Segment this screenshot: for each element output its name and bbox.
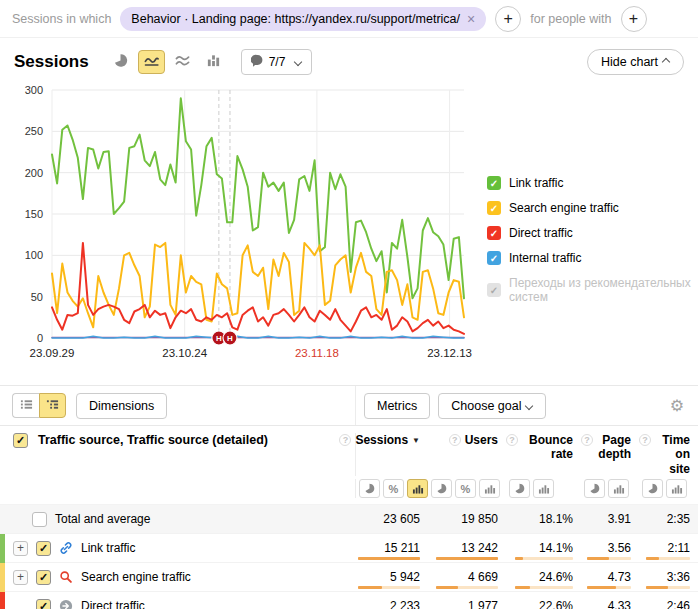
line-chart-button[interactable] [138,50,165,74]
metric-cell: 4 669 [428,563,506,591]
metrics-button[interactable]: Metrics [364,393,430,419]
row-color-strip [0,534,5,563]
add-people-condition-button[interactable]: + [621,6,647,32]
chevron-up-icon [662,58,670,66]
column-chart-icon [206,53,221,71]
expand-button[interactable]: + [13,570,28,585]
bars-toggle[interactable] [479,479,500,498]
row-name-cell: + ✓ Link traffic [0,534,356,562]
proportion-bar [358,557,420,560]
svg-text:150: 150 [25,208,43,220]
legend-checkbox[interactable]: ✓ [487,251,501,265]
metric-value: 4.73 [608,570,631,584]
metric-value: 15 211 [384,541,420,555]
row-checkbox[interactable]: ✓ [36,570,51,585]
hide-chart-button[interactable]: Hide chart [587,49,684,75]
row-label: Search engine traffic [81,570,191,584]
row-color-strip [0,592,5,609]
table-row[interactable]: Total and average 23 605 19 850 18.1% 3.… [0,505,698,534]
donut-toggle[interactable] [359,479,380,498]
help-icon: ? [581,434,593,446]
dimensions-button[interactable]: Dimensions [76,393,167,419]
annotations-count: 7/7 [269,55,286,69]
bars-toggle[interactable] [533,479,554,498]
metric-cell: 2:11 [639,534,698,562]
svg-text:23.09.29: 23.09.29 [30,347,75,359]
choose-goal-label: Choose goal [451,399,521,413]
row-checkbox[interactable] [32,512,47,527]
svg-text:23.10.24: 23.10.24 [162,347,207,359]
donut-chart-icon [113,53,128,71]
table-toolbar: Dimensions Metrics Choose goal ⚙ [0,385,698,426]
legend-checkbox[interactable]: ✓ [487,176,501,190]
choose-goal-dropdown[interactable]: Choose goal [438,393,546,419]
close-icon[interactable]: × [467,12,475,26]
donut-toggle[interactable] [584,479,605,498]
metric-value: 1 977 [468,599,498,609]
segmentation-bar: Sessions in which Behavior · Landing pag… [0,0,698,38]
gear-icon[interactable]: ⚙ [670,398,684,414]
row-checkbox[interactable]: ✓ [36,599,51,609]
row-name-cell: + ✓ Search engine traffic [0,563,356,591]
table-header: ✓ Traffic source, Traffic source (detail… [0,426,698,476]
metric-cell: 13 242 [428,534,506,562]
flat-list-view-button[interactable] [12,393,39,418]
expand-button[interactable]: + [13,541,28,556]
column-header-time-on-site[interactable]: ? Time on site [639,433,698,476]
legend-label: Direct traffic [509,226,573,240]
metric-cell: 3.91 [581,505,639,533]
chevron-down-icon [294,58,302,66]
column-chart-button[interactable] [200,50,227,74]
donut-toggle[interactable] [642,479,663,498]
legend-item[interactable]: ✓ Link traffic [487,176,698,190]
metric-cell: 2:35 [639,505,698,533]
legend-checkbox[interactable]: ✓ [487,201,501,215]
tree-view-icon [45,398,60,414]
legend-checkbox[interactable]: ✓ [487,283,501,297]
sort-desc-icon: ▼ [412,436,420,446]
metric-cell: 5 942 [356,563,428,591]
percent-toggle[interactable]: % [455,479,476,498]
metric-toggle-group [639,479,698,498]
bars-toggle[interactable] [608,479,629,498]
metric-value: 24.6% [539,570,573,584]
tree-view-button[interactable] [39,393,66,418]
legend-item[interactable]: ✓ Internal traffic [487,251,698,265]
select-all-checkbox[interactable]: ✓ [13,433,28,448]
metric-cell: 2:46 [639,592,698,609]
svg-text:23.12.13: 23.12.13 [427,347,472,359]
annotation-marker: Н [223,331,237,345]
table-row[interactable]: + ✓ Link traffic 15 211 13 242 14.1% 3.5… [0,534,698,563]
donut-toggle[interactable] [431,479,452,498]
percent-toggle[interactable]: % [383,479,404,498]
row-label: Link traffic [81,541,135,555]
donut-chart-button[interactable] [107,50,134,74]
row-color-strip [0,563,5,592]
chevron-down-icon [525,401,533,409]
column-header-users[interactable]: ? Users [428,433,506,476]
metric-cell: 22.6% [506,592,581,609]
table-row[interactable]: + ✓ Search engine traffic 5 942 4 669 24… [0,563,698,592]
add-condition-button[interactable]: + [495,6,521,32]
legend-item[interactable]: ✓ Direct traffic [487,226,698,240]
column-header-sessions[interactable]: ? Sessions ▼ [356,433,428,476]
line-chart-canvas[interactable]: 05010015020025030023.09.2923.10.2423.11.… [6,80,476,368]
legend-item[interactable]: ✓ Переходы из рекомендательных систем [487,276,698,304]
legend-checkbox[interactable]: ✓ [487,226,501,240]
bars-toggle[interactable] [666,479,687,498]
direct-icon [59,599,73,609]
metric-value: 2:46 [667,599,690,609]
svg-text:Н: Н [227,334,233,343]
bars-toggle[interactable] [407,479,428,498]
table-row[interactable]: ✓ Direct traffic 2 233 1 977 22.6% 4.33 … [0,592,698,609]
annotations-dropdown[interactable]: 7/7 [241,49,313,75]
row-checkbox[interactable]: ✓ [36,541,51,556]
stacked-area-chart-button[interactable] [169,50,196,74]
segment-chip[interactable]: Behavior · Landing page: https://yandex.… [120,7,486,31]
column-header-page-depth[interactable]: ? Page depth [581,433,639,476]
donut-toggle[interactable] [509,479,530,498]
row-label: Direct traffic [81,599,145,609]
legend-item[interactable]: ✓ Search engine traffic [487,201,698,215]
column-header-bounce-rate[interactable]: ? Bounce rate [506,433,581,476]
speech-bubble-icon [251,54,264,70]
